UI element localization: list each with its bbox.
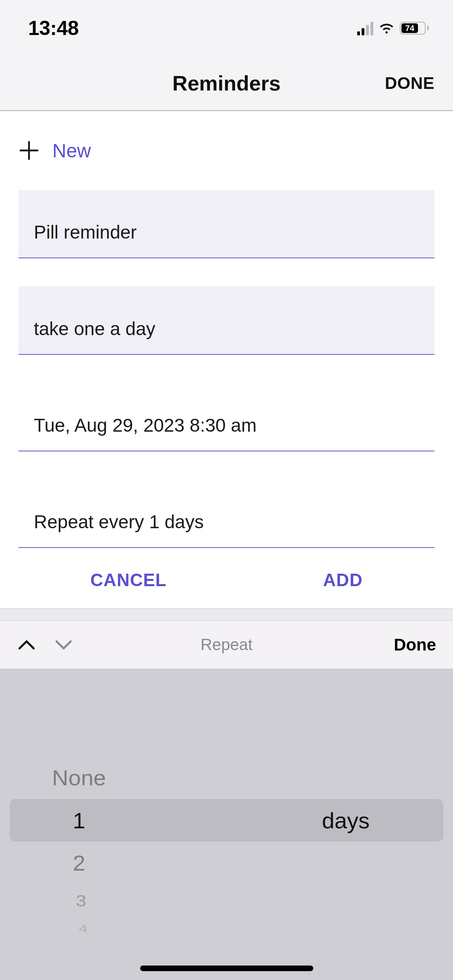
- repeat-picker[interactable]: None 1 2 3 4 days: [0, 669, 453, 980]
- status-bar: 13:48 74: [0, 0, 453, 56]
- new-reminder-button[interactable]: New: [0, 111, 453, 190]
- picker-option[interactable]: None: [0, 757, 227, 798]
- picker-number-column[interactable]: None 1 2 3 4: [0, 669, 227, 980]
- wifi-icon: [378, 21, 395, 35]
- picker-option-selected[interactable]: 1: [0, 799, 227, 842]
- picker-unit-column[interactable]: days: [227, 669, 453, 980]
- prev-field-button[interactable]: [17, 635, 36, 655]
- add-button[interactable]: ADD: [323, 570, 362, 590]
- plus-icon: [18, 139, 40, 162]
- picker-option[interactable]: 4: [14, 922, 213, 935]
- repeat-field[interactable]: Repeat every 1 days: [19, 480, 434, 548]
- picker-option-selected[interactable]: days: [227, 799, 453, 842]
- status-icons: 74: [357, 21, 429, 35]
- note-value: take one a day: [34, 318, 155, 340]
- title-value: Pill reminder: [34, 221, 137, 243]
- page-title: Reminders: [172, 71, 281, 95]
- new-label: New: [52, 140, 91, 162]
- datetime-field[interactable]: Tue, Aug 29, 2023 8:30 am: [19, 383, 434, 451]
- datetime-value: Tue, Aug 29, 2023 8:30 am: [34, 414, 256, 436]
- picker-option[interactable]: 2: [0, 842, 227, 883]
- nav-bar: Reminders DONE: [0, 56, 453, 111]
- accessory-done-button[interactable]: Done: [394, 635, 436, 655]
- note-field[interactable]: take one a day: [19, 286, 434, 355]
- battery-icon: 74: [400, 22, 429, 35]
- done-button[interactable]: DONE: [385, 74, 434, 93]
- next-field-button[interactable]: [54, 635, 73, 655]
- picker-option[interactable]: 3: [7, 887, 220, 914]
- cancel-button[interactable]: CANCEL: [90, 570, 166, 590]
- input-accessory: Repeat Done: [0, 620, 453, 669]
- home-indicator[interactable]: [140, 966, 313, 971]
- title-field[interactable]: Pill reminder: [19, 190, 434, 258]
- status-time: 13:48: [28, 16, 79, 40]
- repeat-value: Repeat every 1 days: [34, 511, 204, 533]
- accessory-title: Repeat: [201, 636, 252, 654]
- cellular-icon: [357, 21, 373, 35]
